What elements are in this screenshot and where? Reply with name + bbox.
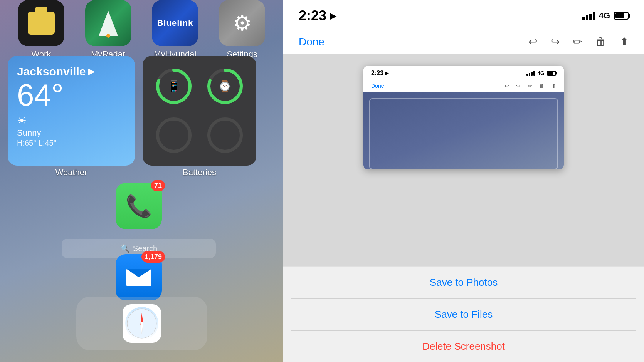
weather-widget[interactable]: Jacksonville ▶ 64° ☀ Sunny H:65° L:45° (8, 56, 135, 166)
location-icon: ▶ (88, 67, 94, 77)
signal-bar-3 (589, 14, 592, 20)
share-icon[interactable]: ⬆ (620, 35, 629, 48)
right-panel: 2:23 ▶ 4G Done ↩ ↪ ✏ 🗑 ⬆ (283, 0, 644, 362)
gear-icon: ⚙ (233, 11, 252, 35)
bluelink-icon[interactable]: Bluelink (152, 0, 198, 46)
preview-location-icon: ▶ (385, 70, 388, 76)
phone-badge: 71 (151, 180, 165, 191)
svg-point-5 (209, 119, 241, 151)
mail-badge: 1,179 (141, 251, 165, 263)
preview-status-bar: 2:23 ▶ 4G (363, 66, 564, 80)
status-bar: 2:23 ▶ 4G (283, 0, 644, 30)
battery-fill (615, 13, 624, 18)
safari-dock-item[interactable] (123, 304, 161, 343)
preview-inner-device-border (369, 98, 558, 169)
batteries-widget[interactable]: 📱 ⌚ (143, 56, 256, 166)
preview-battery-icon (547, 71, 556, 76)
done-button[interactable]: Done (299, 36, 325, 48)
battery-item-4 (202, 113, 249, 158)
watch-battery-item: ⌚ (202, 64, 249, 109)
trash-icon[interactable]: 🗑 (595, 35, 606, 48)
preview-bar-1 (526, 74, 528, 76)
work-icon[interactable] (18, 0, 64, 46)
weather-condition: Sunny (17, 128, 126, 138)
weather-widget-label: Weather (55, 168, 87, 178)
signal-bar-1 (582, 17, 585, 20)
markup-icon[interactable]: ✏ (573, 35, 582, 48)
phone-app-icon[interactable]: 📞 71 (116, 183, 162, 229)
preview-redo-icon: ↪ (516, 83, 521, 89)
mail-app-icon[interactable]: 1,179 (116, 254, 162, 300)
mail-app-container[interactable]: 1,179 (116, 254, 162, 300)
network-label: 4G (599, 11, 610, 21)
delete-screenshot-button[interactable]: Delete Screenshot (283, 331, 644, 362)
app-item-settings[interactable]: ⚙ Settings (213, 0, 271, 59)
location-arrow-icon: ▶ (330, 10, 336, 21)
toolbar: Done ↩ ↪ ✏ 🗑 ⬆ (283, 30, 644, 54)
weather-hilow: H:65° L:45° (17, 139, 126, 147)
preview-bar-2 (529, 73, 530, 76)
signal-bar-4 (593, 12, 595, 20)
settings-icon[interactable]: ⚙ (219, 0, 265, 46)
preview-bar-3 (531, 72, 533, 76)
preview-area: 2:23 ▶ 4G Done (283, 54, 644, 266)
search-icon: 🔍 (120, 244, 130, 253)
weather-city: Jacksonville ▶ (17, 65, 126, 78)
battery-icon (614, 12, 629, 20)
preview-time: 2:23 ▶ (371, 70, 388, 77)
app-item-work[interactable]: Work (12, 0, 70, 59)
phone-handset-icon: 📞 (126, 194, 152, 219)
app-item-myradar[interactable]: MyRadar (79, 0, 137, 59)
watch-battery-icon: ⌚ (218, 80, 232, 92)
status-icons: 4G (582, 11, 629, 21)
preview-toolbar: Done ↩ ↪ ✏ 🗑 ⬆ (363, 80, 564, 92)
batteries-widget-label: Batteries (183, 168, 216, 178)
left-panel: Work MyRadar Bluelink MyHyundai ⚙ Settin… (0, 0, 283, 362)
preview-undo-icon: ↩ (504, 83, 509, 89)
myradar-icon[interactable] (85, 0, 131, 46)
status-time: 2:23 ▶ (299, 8, 336, 24)
preview-network-label: 4G (537, 70, 545, 76)
preview-toolbar-icons: ↩ ↪ ✏ 🗑 ⬆ (504, 83, 556, 89)
save-to-files-button[interactable]: Save to Files (283, 299, 644, 330)
preview-bar-4 (533, 71, 535, 76)
phone-battery-item: 📱 (150, 64, 198, 109)
toolbar-actions: ↩ ↪ ✏ 🗑 ⬆ (528, 35, 629, 48)
preview-content (363, 92, 564, 169)
safari-icon[interactable] (123, 304, 161, 343)
preview-markup-icon: ✏ (528, 83, 532, 89)
svg-point-4 (158, 119, 190, 151)
signal-bar-2 (586, 15, 588, 20)
top-apps-row: Work MyRadar Bluelink MyHyundai ⚙ Settin… (0, 0, 283, 59)
save-to-photos-button[interactable]: Save to Photos (283, 267, 644, 298)
preview-signal-bars (526, 70, 535, 76)
widgets-row: Jacksonville ▶ 64° ☀ Sunny H:65° L:45° 📱 (8, 56, 276, 166)
dock (76, 297, 207, 350)
signal-bars-icon (582, 12, 595, 20)
mail-envelope-icon (126, 269, 151, 286)
action-sheet: Save to Photos Save to Files Delete Scre… (283, 266, 644, 362)
battery-item-3 (150, 113, 198, 158)
phone-app-container[interactable]: 📞 71 (116, 183, 162, 229)
undo-icon[interactable]: ↩ (528, 35, 537, 48)
preview-trash-icon: 🗑 (539, 83, 545, 89)
weather-temp: 64° (17, 80, 126, 111)
screenshot-preview: 2:23 ▶ 4G Done (363, 66, 564, 169)
widget-labels: Weather Batteries (8, 168, 276, 178)
phone-battery-icon: 📱 (167, 80, 181, 92)
app-item-myhyundai[interactable]: Bluelink MyHyundai (146, 0, 204, 59)
preview-status-icons: 4G (526, 70, 556, 76)
preview-done-label: Done (371, 83, 384, 89)
weather-sun-icon: ☀ (17, 114, 126, 127)
preview-share-icon: ⬆ (552, 83, 556, 89)
redo-icon[interactable]: ↪ (551, 35, 560, 48)
